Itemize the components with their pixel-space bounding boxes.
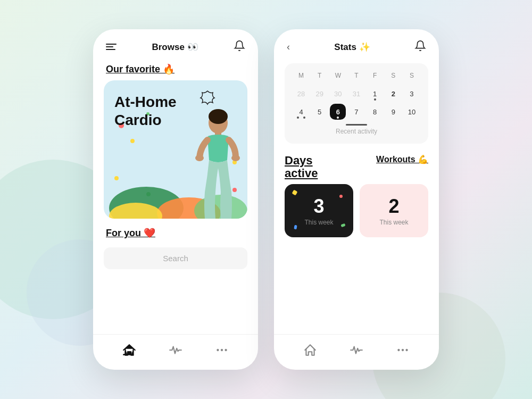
days-active-sublabel: This week [304, 219, 333, 226]
confetti-2 [339, 195, 343, 198]
calendar-week1: 28 29 30 31 1 2 3 [293, 86, 420, 102]
stat-card-workouts: 2 This week [360, 184, 428, 237]
cal-day-4[interactable]: 4 [293, 104, 309, 120]
back-button[interactable]: ‹ [287, 41, 290, 53]
phone-stats: ‹ Stats ✨ M T W T F S S [274, 29, 439, 370]
recent-activity-label: Recent activity [293, 128, 420, 135]
cal-day-10[interactable]: 10 [404, 104, 420, 120]
browse-title: Browse 👀 [152, 41, 198, 53]
hero-card[interactable]: At-HomeCardio [104, 80, 247, 219]
calendar-day-labels: M T W T F S S [293, 72, 420, 79]
cal-day-29[interactable]: 29 [312, 86, 328, 102]
browse-bottom-nav [93, 334, 258, 370]
cal-day-6-today[interactable]: 6 [330, 104, 346, 120]
days-active-number: 3 [313, 195, 324, 218]
workouts-sublabel: This week [379, 219, 408, 226]
cal-day-1[interactable]: 1 [367, 86, 383, 102]
phone-browse: Browse 👀 Our favorite 🔥 At-HomeCardio [93, 29, 258, 370]
stats-title: Stats ✨ [334, 41, 370, 53]
svg-point-13 [402, 349, 404, 351]
confetti-1 [292, 190, 298, 196]
person-figure [178, 107, 242, 219]
bell-icon[interactable] [234, 40, 245, 54]
stats-nav-more-icon[interactable] [396, 343, 410, 359]
svg-point-11 [225, 349, 227, 351]
hero-card-title: At-HomeCardio [114, 93, 177, 129]
svg-point-14 [406, 349, 408, 351]
stats-header: ‹ Stats ✨ [274, 29, 439, 59]
stat-card-days: 3 This week [285, 184, 353, 237]
svg-point-12 [398, 349, 400, 351]
search-bar[interactable]: Search [104, 247, 247, 269]
menu-icon[interactable] [106, 44, 117, 50]
svg-point-5 [209, 109, 228, 124]
nav-more-icon[interactable] [215, 343, 229, 359]
svg-point-8 [231, 155, 240, 161]
cal-day-31[interactable]: 31 [348, 86, 364, 102]
calendar: M T W T F S S 28 29 30 31 1 2 3 [285, 63, 428, 144]
cal-day-2[interactable]: 2 [385, 86, 401, 102]
stats-nav-home-icon[interactable] [303, 343, 317, 359]
nav-activity-icon[interactable] [169, 343, 182, 359]
stat-cards: 3 This week 2 This week [285, 184, 428, 237]
svg-point-9 [217, 349, 219, 351]
cal-day-8[interactable]: 8 [367, 104, 383, 120]
svg-point-7 [195, 155, 204, 161]
days-active-label: Days active [285, 154, 353, 180]
cal-day-9[interactable]: 9 [385, 104, 401, 120]
stats-bell-icon[interactable] [414, 40, 426, 54]
stats-nav-activity-icon[interactable] [350, 343, 363, 359]
phones-container: Browse 👀 Our favorite 🔥 At-HomeCardio [93, 29, 439, 370]
svg-point-10 [221, 349, 223, 351]
cal-day-3[interactable]: 3 [404, 86, 420, 102]
browse-header: Browse 👀 [93, 29, 258, 59]
activity-indicator [293, 124, 420, 126]
workouts-label: Workouts 💪 [360, 154, 428, 164]
confetti-3 [340, 223, 345, 227]
nav-home-icon[interactable] [122, 343, 136, 359]
workouts-number: 2 [388, 195, 399, 218]
stats-content: Days active Workouts 💪 3 This week [274, 148, 439, 244]
cal-day-30[interactable]: 30 [330, 86, 346, 102]
cal-day-5[interactable]: 5 [312, 104, 328, 120]
for-you-section: For you ❤️ [93, 219, 258, 244]
confetti-4 [294, 225, 297, 230]
stats-labels-row: Days active Workouts 💪 [285, 154, 428, 180]
calendar-week2: 4 5 6 7 8 9 10 [293, 104, 420, 120]
cal-day-28[interactable]: 28 [293, 86, 309, 102]
cal-day-7[interactable]: 7 [348, 104, 364, 120]
search-placeholder: Search [163, 254, 188, 263]
section-our-favorite: Our favorite 🔥 [93, 59, 258, 80]
stats-bottom-nav [274, 334, 439, 370]
decor-dot-yellow [130, 139, 135, 143]
